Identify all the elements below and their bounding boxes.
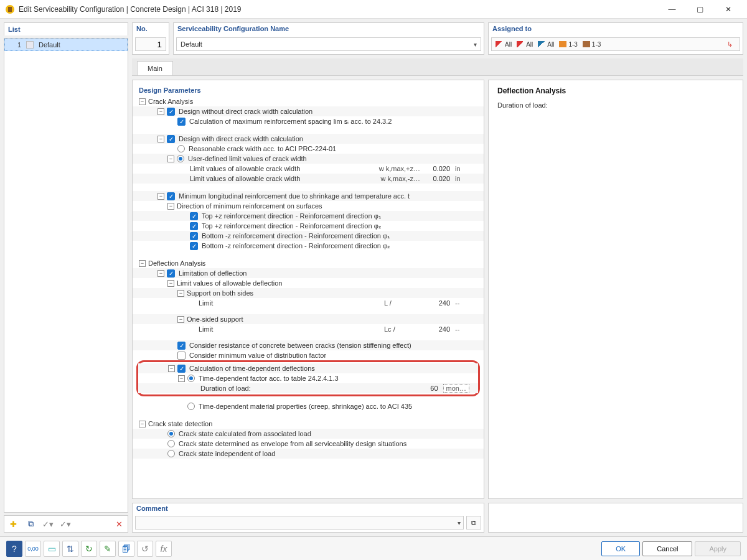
row-bottom-z-phi2[interactable]: ✓ Bottom -z reinforcement direction - Re… <box>133 241 484 251</box>
pick-button[interactable]: ↳ <box>723 39 736 50</box>
minimize-button[interactable]: — <box>658 0 686 19</box>
config-list[interactable]: 1 Default <box>4 38 128 513</box>
maximize-button[interactable]: ▢ <box>686 0 714 19</box>
comment-copy-button[interactable]: ⧉ <box>466 516 481 530</box>
expander-icon[interactable]: − <box>139 260 146 267</box>
delete-button[interactable]: ✕ <box>111 517 126 531</box>
tab-main[interactable]: Main <box>137 61 173 75</box>
checkbox[interactable]: ✓ <box>167 108 175 116</box>
expander-icon[interactable]: − <box>139 98 146 105</box>
row-reasonable-crack-width[interactable]: Reasonable crack width acc. to ACI PRC-2… <box>133 144 484 154</box>
checkbox[interactable]: ✓ <box>190 212 198 220</box>
row-limit-crack-width-bottom[interactable]: Limit values of allowable crack width w … <box>133 174 484 184</box>
new-button[interactable]: ✚ <box>6 517 21 531</box>
row-design-with-crack[interactable]: − ✓ Design with direct crack width calcu… <box>133 134 484 144</box>
ok-button[interactable]: OK <box>601 541 640 556</box>
row-top-z-phi1[interactable]: ✓ Top +z reinforcement direction - Reinf… <box>133 211 484 221</box>
close-button[interactable]: ✕ <box>714 0 742 19</box>
row-csd-independent[interactable]: Crack state independent of load <box>133 449 484 459</box>
checkbox[interactable]: ✓ <box>190 242 198 250</box>
row-limit-both[interactable]: Limit L / 240 -- <box>133 298 484 308</box>
expander-icon[interactable]: − <box>177 290 184 297</box>
radio[interactable] <box>167 440 175 447</box>
check-dropdown-2[interactable]: ✓▾ <box>58 517 73 531</box>
row-direction-min-reinforcement[interactable]: − Direction of minimum reinforcement on … <box>133 201 484 211</box>
row-limit-values[interactable]: − Limit values of allowable deflection <box>133 278 484 288</box>
row-time-dependent-deflections[interactable]: − ✓ Calculation of time-dependent deflec… <box>138 363 478 373</box>
row-user-defined-limits[interactable]: − User-defined limit values of crack wid… <box>133 154 484 164</box>
help-button[interactable]: ? <box>6 541 22 557</box>
expander-icon[interactable]: − <box>157 108 164 115</box>
refresh-button[interactable]: ↻ <box>81 541 97 557</box>
radio[interactable] <box>167 450 175 457</box>
row-time-dependent-factor[interactable]: − Time-dependent factor acc. to table 24… <box>138 373 478 383</box>
checkbox[interactable]: ✓ <box>167 269 175 278</box>
row-support-both-sides[interactable]: − Support on both sides <box>133 288 484 298</box>
checkbox[interactable]: ✓ <box>177 118 186 126</box>
row-csd-associated-load[interactable]: Crack state calculated from associated l… <box>133 429 484 439</box>
expander-icon[interactable]: − <box>139 421 146 427</box>
row-min-distribution-factor[interactable]: Consider minimum value of distribution f… <box>133 350 484 360</box>
row-duration-of-load[interactable]: Duration of load: 60 mon… <box>138 383 478 393</box>
reset-button[interactable]: ↺ <box>137 541 153 557</box>
expander-icon[interactable]: − <box>177 316 184 323</box>
expander-icon[interactable]: − <box>167 156 174 162</box>
checkbox[interactable]: ✓ <box>190 222 198 230</box>
checkbox[interactable] <box>177 352 186 360</box>
formula-button[interactable]: fx <box>156 541 172 557</box>
expander-icon[interactable]: − <box>157 193 164 200</box>
row-limit-crack-width-top[interactable]: Limit values of allowable crack width w … <box>133 164 484 174</box>
radio[interactable] <box>187 375 195 382</box>
list-item[interactable]: 1 Default <box>4 39 128 51</box>
set-icon <box>583 41 590 47</box>
comment-select[interactable] <box>135 516 464 530</box>
checkbox[interactable]: ✓ <box>177 342 186 350</box>
view-button[interactable]: ▭ <box>44 541 60 557</box>
row-tension-stiffening[interactable]: ✓ Consider resistance of concrete betwee… <box>133 340 484 350</box>
duplicate-button[interactable]: ⧉ <box>23 517 38 531</box>
radio[interactable] <box>177 145 185 152</box>
expander-icon[interactable]: − <box>178 375 185 382</box>
check-dropdown-1[interactable]: ✓▾ <box>40 517 55 531</box>
expander-icon[interactable]: − <box>157 270 164 277</box>
assigned-chips[interactable]: All All All 1-3 1-3 ↳ <box>491 37 740 51</box>
row-limit-one-sided[interactable]: Limit Lc / 240 -- <box>133 324 484 334</box>
expander-icon[interactable]: − <box>167 280 174 287</box>
param-value[interactable]: 0.020 <box>425 175 450 182</box>
edit-button[interactable]: ✎ <box>100 541 116 557</box>
radio[interactable] <box>167 430 175 437</box>
group-crack-state-detection[interactable]: − Crack state detection <box>133 419 484 429</box>
param-value[interactable]: 240 <box>425 325 450 333</box>
row-bottom-z-phi1[interactable]: ✓ Bottom -z reinforcement direction - Re… <box>133 231 484 241</box>
expander-icon[interactable]: − <box>168 365 175 372</box>
no-input[interactable] <box>135 37 166 51</box>
row-time-dependent-material[interactable]: Time-dependent material properties (cree… <box>133 401 484 411</box>
checkbox[interactable]: ✓ <box>167 192 175 200</box>
group-deflection-analysis[interactable]: − Deflection Analysis <box>133 258 484 268</box>
row-one-sided-support[interactable]: − One-sided support <box>133 314 484 324</box>
param-value[interactable]: 0.020 <box>425 165 450 172</box>
param-value[interactable]: 60 <box>413 385 438 392</box>
sort-button[interactable]: ⇅ <box>62 541 78 557</box>
group-crack-analysis[interactable]: − Crack Analysis <box>133 96 484 106</box>
checkbox[interactable]: ✓ <box>190 232 198 240</box>
row-min-longitudinal[interactable]: − ✓ Minimum longitudinal reinforcement d… <box>133 191 484 201</box>
checkbox[interactable]: ✓ <box>167 135 175 143</box>
checkbox[interactable]: ✓ <box>177 365 186 373</box>
row-csd-envelope[interactable]: Crack state determined as envelope from … <box>133 439 484 449</box>
copy-settings-button[interactable]: 🗐 <box>118 541 134 557</box>
row-calc-max-reinforcement[interactable]: ✓ Calculation of maximum reinforcement s… <box>133 116 484 126</box>
expander-icon[interactable]: − <box>157 136 164 142</box>
expander-icon[interactable]: − <box>167 203 174 210</box>
name-select[interactable]: Default <box>176 37 481 51</box>
row-design-without-crack[interactable]: − ✓ Design without direct crack width ca… <box>133 106 484 116</box>
row-limitation-deflection[interactable]: − ✓ Limitation of deflection <box>133 268 484 278</box>
param-value[interactable]: 240 <box>425 299 450 307</box>
radio[interactable] <box>187 403 195 410</box>
radio[interactable] <box>177 155 184 162</box>
apply-button[interactable]: Apply <box>695 541 741 556</box>
param-unit[interactable]: mon… <box>443 384 469 393</box>
row-top-z-phi2[interactable]: ✓ Top +z reinforcement direction - Reinf… <box>133 221 484 231</box>
cancel-button[interactable]: Cancel <box>642 541 692 556</box>
units-button[interactable]: 0,00 <box>25 541 41 557</box>
